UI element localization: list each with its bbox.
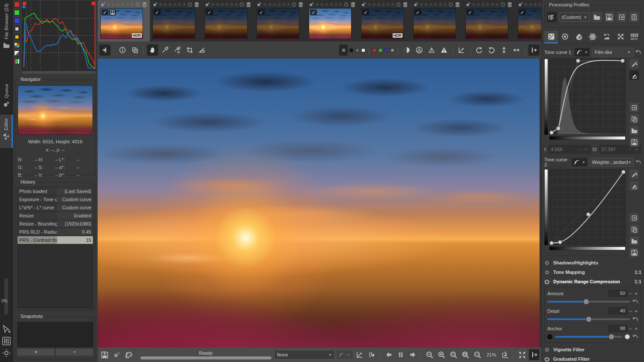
curve-2-load-button[interactable] — [629, 236, 639, 246]
trash-icon[interactable] — [194, 2, 200, 7]
history-row-selected[interactable]: PRS - Contrast thr...15 — [18, 236, 93, 244]
rank-star-icon[interactable]: ☆ — [116, 2, 120, 7]
lockable-color-picker-button[interactable] — [172, 45, 183, 56]
tab-exposure[interactable] — [544, 31, 558, 44]
preview-sharpening-mask-button[interactable] — [414, 45, 425, 56]
thumbnail-image[interactable]: ✓ — [309, 8, 352, 39]
anchor-value[interactable]: 98 — [608, 325, 627, 332]
rank-star-icon[interactable]: ☆ — [486, 2, 490, 7]
rank-star-icon[interactable]: ☆ — [367, 2, 371, 7]
save-image-button[interactable] — [99, 349, 110, 360]
thumbnail-gear-icon[interactable] — [256, 2, 262, 7]
history-row[interactable]: Resize - Bounding...(1920x1080) — [18, 220, 93, 228]
amount-slider-knob[interactable] — [583, 299, 589, 305]
curve-1-save-button[interactable] — [629, 137, 639, 147]
rank-star-icon[interactable]: ☆ — [216, 2, 220, 7]
previous-image-button[interactable] — [384, 349, 394, 360]
add-detail-window-button[interactable] — [500, 349, 511, 360]
rank-star-icon[interactable]: ☆ — [168, 2, 172, 7]
vignette-filter-expander[interactable]: Vignette Filter — [544, 345, 641, 354]
fullscreen-button[interactable] — [517, 349, 528, 360]
curve-2-paste-button[interactable] — [629, 213, 639, 223]
rank-star-icon[interactable]: ☆ — [173, 2, 177, 7]
filmstrip-thumbnail[interactable]: ☆☆☆☆☆☆✓HDR — [358, 0, 411, 42]
color-label-icon[interactable] — [397, 3, 400, 6]
thumbnail-image[interactable]: ✓ — [152, 8, 195, 39]
profile-select-dropdown[interactable]: (Custom)▼ — [559, 12, 590, 22]
tab-advanced[interactable] — [586, 31, 599, 44]
rank-star-icon[interactable]: ☆ — [429, 2, 433, 7]
rank-star-icon[interactable]: ☆ — [533, 2, 537, 7]
curve-1-plot[interactable] — [549, 59, 626, 135]
curve-2-edit-pipette-button[interactable] — [629, 169, 639, 179]
curve-type-1-dropdown[interactable]: ▼ — [574, 47, 590, 57]
filmstrip-thumbnail[interactable]: ☆☆☆☆☆☆✓ — [515, 0, 542, 42]
angle-select-button[interactable] — [456, 45, 467, 56]
save-profile-button[interactable] — [604, 12, 615, 23]
thumbnail-image[interactable]: ✓ — [413, 8, 456, 39]
rank-star-icon[interactable]: ☆ — [230, 2, 234, 7]
thumbnail-image[interactable]: ✓ — [518, 8, 542, 39]
color-label-icon[interactable] — [136, 3, 140, 6]
anchor-minus-plus[interactable]: − + — [629, 326, 638, 331]
graduated-filter-expander[interactable]: Graduated Filter — [544, 355, 641, 362]
histogram-red-toggle[interactable] — [14, 2, 20, 7]
reset-amount-icon[interactable] — [632, 299, 638, 305]
filmstrip-thumbnail[interactable]: ☆☆☆☆☆☆✓ — [306, 0, 358, 42]
thumbnail-gear-icon[interactable] — [465, 2, 471, 7]
rank-star-icon[interactable]: ☆ — [182, 2, 186, 7]
thumbnail-gear-icon[interactable] — [152, 2, 158, 7]
crop-tool-button[interactable] — [184, 45, 195, 56]
thumbnail-gear-icon[interactable] — [100, 2, 106, 7]
image-preview-canvas[interactable] — [98, 59, 540, 347]
rank-star-icon[interactable]: ☆ — [524, 2, 528, 7]
rank-star-icon[interactable]: ☆ — [159, 2, 163, 7]
thumbnail-image[interactable]: ✓HDR — [100, 8, 143, 39]
input-value-spinner[interactable]: 4.566− + — [549, 145, 591, 154]
preview-green-channel-button[interactable] — [379, 48, 382, 52]
rank-star-icon[interactable]: ☆ — [391, 2, 395, 7]
curve-mode-1-dropdown[interactable]: Film-like▼ — [592, 47, 634, 57]
rank-star-icon[interactable]: ☆ — [334, 2, 338, 7]
spinner-minus-plus[interactable]: − + — [578, 147, 589, 152]
histogram-scrollbar-thumb[interactable] — [22, 71, 96, 74]
rank-star-icon[interactable]: ☆ — [472, 2, 476, 7]
history-row[interactable]: ResizeEnabled — [18, 212, 93, 220]
spinner-minus-plus[interactable]: − + — [629, 147, 639, 152]
curve-2-copy-button[interactable] — [629, 224, 639, 234]
rank-star-icon[interactable]: ☆ — [438, 2, 442, 7]
history-row[interactable]: Exposure - Tone c...Custom curve — [18, 196, 93, 204]
trash-icon[interactable] — [507, 2, 513, 7]
filmstrip-thumbnail[interactable]: ☆☆☆☆☆☆✓ — [463, 0, 515, 42]
detail-minus-plus[interactable]: − + — [629, 309, 638, 314]
before-after-view-button[interactable] — [355, 349, 365, 360]
trash-icon[interactable] — [142, 2, 147, 7]
reset-detail-icon[interactable] — [632, 316, 638, 322]
preview-blue-channel-button[interactable] — [385, 48, 388, 52]
curve-1-paste-button[interactable] — [629, 102, 639, 113]
thumbnail-gear-icon[interactable] — [309, 2, 314, 7]
rank-star-icon[interactable]: ☆ — [377, 2, 381, 7]
color-label-icon[interactable] — [344, 3, 348, 6]
copy-profile-button[interactable] — [616, 12, 627, 23]
zoom-out-button[interactable] — [424, 349, 435, 360]
rank-star-icon[interactable]: ☆ — [315, 2, 319, 7]
curve-mode-2-dropdown[interactable]: Weighte...andard▼ — [589, 157, 635, 167]
curve-type-2-dropdown[interactable]: ▼ — [572, 157, 587, 167]
zoom-in-button[interactable] — [436, 349, 447, 360]
curve-1-copy-button[interactable] — [629, 114, 639, 124]
histogram-luminosity-toggle[interactable] — [14, 26, 20, 32]
rank-star-icon[interactable]: ☆ — [263, 2, 267, 7]
histogram-panel[interactable] — [22, 1, 96, 73]
curve-1-load-button[interactable] — [629, 125, 639, 136]
thumbnail-image[interactable]: ✓HDR — [361, 8, 404, 39]
rank-star-icon[interactable]: ☆ — [234, 2, 238, 7]
thumbnail-image[interactable]: ✓ — [465, 8, 508, 39]
soft-proof-dropdown[interactable]: ▼ — [336, 350, 353, 359]
sync-filebrowser-button[interactable] — [395, 349, 406, 360]
filmstrip-thumbnail[interactable]: ☆☆☆☆☆☆✓ — [411, 0, 463, 42]
reset-curve-2-icon[interactable] — [636, 159, 641, 165]
tab-editor[interactable]: Editor — [0, 115, 13, 148]
amount-slider[interactable] — [547, 301, 630, 303]
color-label-icon[interactable] — [188, 3, 192, 6]
